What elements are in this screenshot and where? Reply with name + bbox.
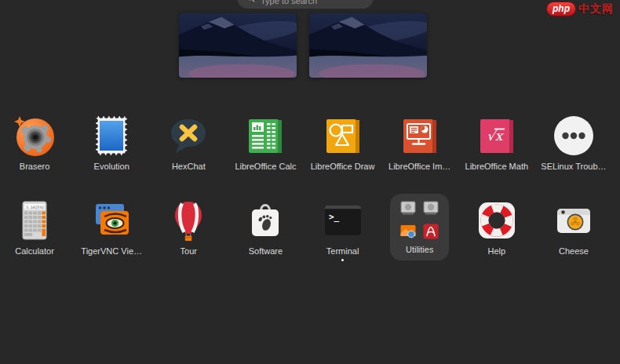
app-help[interactable]: Help <box>458 198 535 261</box>
pdf-reader-icon <box>421 222 440 241</box>
app-grid-row-1: Brasero Evolution HexChat <box>0 114 612 172</box>
workspace-switcher <box>0 13 613 78</box>
app-software[interactable]: Software <box>227 198 304 261</box>
app-label: Cheese <box>559 246 589 257</box>
evolution-mail-stamp-icon <box>89 114 133 158</box>
hexchat-chat-bubble-icon <box>166 114 210 158</box>
app-evolution[interactable]: Evolution <box>73 114 150 172</box>
camera-cheese-icon <box>552 198 596 242</box>
app-label: LibreOffice Calc <box>235 162 296 172</box>
tigervnc-viewer-icon <box>89 198 133 242</box>
workspace-thumbnail-2[interactable] <box>309 13 427 78</box>
app-label: SELinux Troub… <box>541 162 606 172</box>
app-label: Help <box>488 246 506 257</box>
app-label: HexChat <box>172 162 206 172</box>
app-label: Calculator <box>15 246 54 257</box>
search-placeholder: Type to search <box>261 0 317 5</box>
app-libreoffice-draw[interactable]: LibreOffice Draw <box>305 114 381 172</box>
app-cheese[interactable]: Cheese <box>535 198 612 261</box>
app-label: Utilities <box>406 245 433 255</box>
app-label: TigerVNC Vie… <box>81 246 142 257</box>
selinux-troubleshooter-icon <box>552 114 596 158</box>
app-libreoffice-impress[interactable]: LibreOffice Im… <box>381 114 458 172</box>
gnome-activities-overview: Type to search php 中文网 <box>0 0 620 364</box>
svg-text:√x: √x <box>487 128 505 144</box>
app-tigervnc-viewer[interactable]: TigerVNC Vie… <box>73 198 150 261</box>
app-label: LibreOffice Math <box>465 162 529 172</box>
app-brasero[interactable]: Brasero <box>0 114 73 172</box>
search-input[interactable]: Type to search <box>237 0 374 9</box>
app-folder-utilities[interactable]: Utilities <box>381 194 458 261</box>
app-selinux-troubleshooter[interactable]: SELinux Troub… <box>535 114 612 172</box>
app-hexchat[interactable]: HexChat <box>150 114 227 172</box>
terminal-icon: >_ <box>321 198 365 242</box>
libreoffice-math-icon: √x <box>475 114 519 158</box>
svg-text:3.141592: 3.141592 <box>26 206 44 209</box>
hot-air-balloon-icon <box>166 198 210 242</box>
libreoffice-calc-icon <box>243 114 287 158</box>
utility-device-icon <box>421 199 440 218</box>
app-label: LibreOffice Im… <box>388 162 450 172</box>
calculator-icon: 3.141592 <box>13 198 57 242</box>
utilities-folder-preview <box>399 199 440 241</box>
app-label: Evolution <box>94 162 129 172</box>
app-label: Terminal <box>326 246 359 257</box>
running-indicator-dot <box>341 259 344 261</box>
app-label: Brasero <box>20 162 50 172</box>
workspace-thumbnail-1[interactable] <box>179 13 297 78</box>
app-label: LibreOffice Draw <box>311 162 375 172</box>
software-bag-icon <box>243 198 287 242</box>
libreoffice-draw-icon <box>321 114 365 158</box>
image-viewer-icon <box>399 222 418 241</box>
app-libreoffice-math[interactable]: √x LibreOffice Math <box>458 114 535 172</box>
app-label: Software <box>249 246 283 257</box>
search-icon <box>246 0 255 5</box>
app-tour[interactable]: Tour <box>150 198 227 261</box>
utilities-folder-tile[interactable]: Utilities <box>390 194 449 260</box>
svg-text:>_: >_ <box>329 212 340 222</box>
app-grid-row-2: 3.141592 Calculat <box>0 198 612 261</box>
libreoffice-impress-icon <box>398 114 442 158</box>
app-terminal[interactable]: >_ Terminal <box>305 198 381 261</box>
app-libreoffice-calc[interactable]: LibreOffice Calc <box>227 114 304 172</box>
app-label: Tour <box>181 246 197 257</box>
brasero-disc-burner-icon <box>13 114 57 158</box>
app-calculator[interactable]: 3.141592 Calculat <box>0 198 73 261</box>
lifebuoy-help-icon <box>475 198 519 242</box>
utility-device-icon <box>399 199 418 218</box>
